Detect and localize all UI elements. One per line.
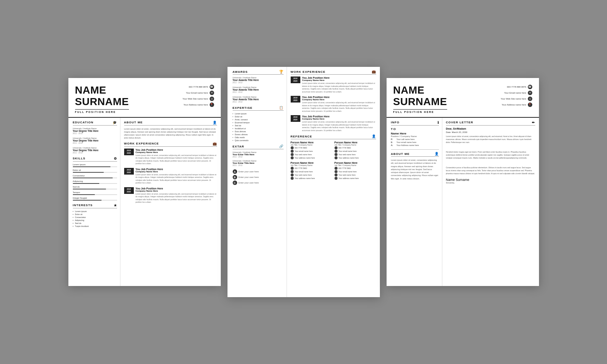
card2-work-entry-2: 2018 2020 You Job Position Here Company … (291, 96, 376, 113)
work-entry-3: 2018 2020 You Job Position Here Company … (124, 187, 217, 204)
cover-salutation: Dear, Sir/Madam (446, 127, 535, 130)
card3-address-row: Your Address name here 📍 (502, 103, 532, 107)
info-name: Name Here (391, 132, 439, 135)
about-section: ABOUT ME 👤 Lorem ipsum dolor sit amet, c… (124, 121, 217, 140)
work-icon: 💼 (213, 142, 217, 146)
card3-phone-row: 000 7778 888 9876 ☎ (507, 85, 532, 89)
reference-grid: Person Name Here Job Title / Company Nam… (291, 141, 376, 180)
card2-work-date-2: 2018 2020 (291, 96, 300, 103)
ref-address-icon-4 (335, 177, 338, 180)
skill-bar-6 (73, 194, 117, 195)
expertise-9: Odio morbi (233, 136, 284, 139)
interest-2: Dolor sit (73, 213, 117, 215)
card3-address-text: Your Address name here (502, 104, 526, 106)
award-entry-2: University / Institute Name Your Awards … (233, 86, 284, 93)
card3-surname: SURNAME (393, 96, 447, 108)
extar-entry-2: University / Institute Name Your Extar T… (233, 160, 284, 166)
ref-email-icon-4 (335, 170, 338, 173)
interest-1: Lorem ipsum (73, 210, 117, 212)
card3-position: FULL POSITION HERE (393, 109, 447, 113)
card1-body: EDUCATION 🎓 University / Institute Name … (68, 118, 221, 286)
ref-address-icon-1 (291, 156, 294, 159)
resume-card-3: NAME SURNAME FULL POSITION HERE 000 7778… (387, 78, 539, 286)
work-entry-2: 2018 2020 You Job Position Here Company … (124, 168, 217, 185)
info-email: E: Your email name here (391, 141, 439, 143)
card3-email-icon: ✉ (528, 91, 532, 95)
interests-section-title: INTERESTS ★ (73, 204, 117, 208)
cover-sign-name: Name Surname (446, 178, 535, 182)
interests-icon: ★ (114, 204, 117, 207)
expertise-7: Duis ultrices (233, 130, 284, 133)
card3-address-icon: 📍 (528, 103, 532, 107)
work-section-title: WORK EXPERIENCE 💼 (124, 142, 217, 147)
ref-person-1: Person Name Here Job Title / Company Nam… (291, 141, 332, 159)
work-date-1: 2018 2020 (124, 149, 134, 155)
card1-address-text: Your Address name here (184, 104, 208, 106)
extar-section-title: EXTAR 🔗 (233, 144, 284, 149)
card2-work-section: WORK EXPERIENCE 💼 2018 2020 You Job Posi… (291, 70, 376, 132)
skill-5: Sed do (73, 186, 117, 188)
work-date-3: 2018 2020 (124, 187, 134, 194)
card2-work-date-1: 2018 2020 (291, 77, 300, 83)
expertise-3: Amet, consect (233, 118, 284, 121)
extar-entry-1: University / Institute Name Your Extar T… (233, 151, 284, 158)
skills-section-title: SKILLS ⚙ (73, 157, 117, 162)
user-input-b: Enter your user here (239, 176, 259, 178)
card3-email-text: Your Email name here (504, 92, 526, 94)
cover-sincerely: Sincerely, (446, 182, 535, 184)
skill-bar-1 (73, 166, 117, 167)
education-icon: 🎓 (113, 121, 117, 124)
ref-phone-icon-3 (291, 167, 294, 170)
card1-email-text: Your Email name here (186, 92, 208, 94)
cover-body-3: Consectetur purus ut faucibus pulvinar e… (446, 166, 535, 175)
skill-bar-5 (73, 189, 117, 189)
extar-icon: 🔗 (279, 144, 284, 148)
card2-left-column: AWARDS 🏆 University / Institute Name You… (227, 67, 287, 297)
award-entry-1: University / Institute Name Your Awards … (233, 77, 284, 84)
interest-4: Adipiscing (73, 219, 117, 221)
skill-bar-7 (73, 200, 117, 201)
user-circle-c: C (233, 181, 237, 185)
info-section-title: INFO ℹ (391, 121, 439, 126)
info-position: Position / Company Name (391, 135, 439, 137)
ref-phone-icon-1 (291, 146, 294, 149)
cover-letter-icon: ✏ (532, 121, 535, 124)
card1-header: NAME SURNAME FULL POSITION HERE 000 7778… (68, 78, 221, 118)
expertise-5: Sed do (233, 124, 284, 127)
user-row-a: A Enter your user here (233, 169, 284, 174)
ref-web-icon-1 (291, 153, 294, 156)
card2-work-icon: 💼 (372, 70, 376, 74)
edu-entry-1: University / Institute Name Your Degree … (73, 127, 117, 134)
card1-surname: SURNAME (75, 96, 129, 108)
expertise-1: Lorem ipsum (233, 113, 284, 115)
cover-body-2: Hendrerit dolor magna eget est lorem. Pr… (446, 150, 535, 159)
card2-work-title: WORK EXPERIENCE 💼 (291, 70, 376, 75)
left-divider (391, 149, 439, 150)
work-date-2: 2018 2020 (124, 168, 134, 175)
card3-body: INFO ℹ TO Name Here Position / Company N… (387, 118, 539, 286)
edu-entry-2: University / Institute Name Your Degree … (73, 137, 117, 144)
info-address: A: Your Address name here (391, 144, 439, 146)
card1-name-block: NAME SURNAME FULL POSITION HERE (75, 85, 129, 113)
skill-6: Tempor (73, 191, 117, 194)
skill-bar-2 (73, 172, 117, 173)
about-icon: 👤 (213, 121, 217, 124)
info-section: INFO ℹ TO Name Here Position / Company N… (391, 121, 439, 146)
address-icon: 📍 (210, 103, 214, 107)
user-circle-a: A (233, 169, 237, 174)
ref-web-icon-4 (335, 173, 338, 176)
expertise-2: Dolor sit (233, 116, 284, 118)
card1-website-row: Your Web Site name here ◎ (183, 97, 214, 101)
ref-phone-icon-2 (335, 146, 338, 149)
extar-section: EXTAR 🔗 University / Institute Name Your… (233, 144, 284, 166)
card2-right-column: WORK EXPERIENCE 💼 2018 2020 You Job Posi… (287, 67, 380, 297)
card3-web-icon: ◎ (528, 97, 532, 101)
card1-phone-row: 000 7778 888 9876 ☎ (189, 85, 214, 89)
card3-website-text: Your Web Site name here (501, 98, 526, 100)
expertise-icon: 📋 (279, 106, 284, 110)
skill-bar-3 (73, 178, 117, 178)
skill-4: Adipiscing (73, 180, 117, 182)
card2-work-entry-3: 2018 2020 You Job Position Here Company … (291, 115, 376, 132)
card3-left-column: INFO ℹ TO Name Here Position / Company N… (387, 118, 442, 286)
card3-website-row: Your Web Site name here ◎ (501, 97, 532, 101)
